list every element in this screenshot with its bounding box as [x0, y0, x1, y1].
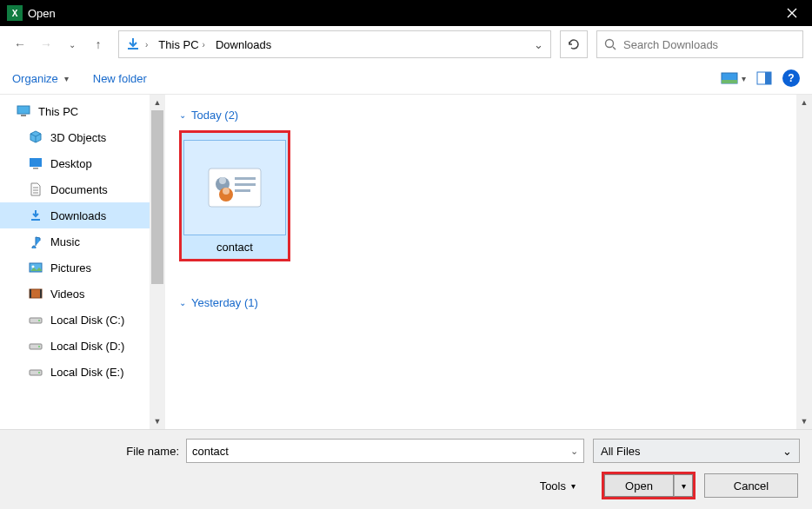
computer-icon: [16, 103, 31, 119]
group-header-today[interactable]: ⌄ Today (2): [179, 109, 798, 122]
sidebar-item-local-disk-c[interactable]: Local Disk (C:): [0, 307, 150, 333]
svg-rect-22: [209, 169, 261, 207]
search-icon: [604, 38, 616, 50]
document-icon: [28, 182, 43, 197]
file-thumbnail: [183, 140, 286, 235]
sidebar-item-downloads[interactable]: Downloads: [0, 202, 150, 228]
svg-rect-8: [30, 158, 42, 167]
svg-point-12: [32, 266, 35, 268]
scroll-up-icon[interactable]: ▲: [796, 95, 812, 110]
breadcrumb-this-pc[interactable]: This PC ›: [153, 31, 210, 57]
chevron-right-icon: ›: [145, 40, 148, 50]
recent-locations-dropdown[interactable]: ⌄: [61, 33, 83, 56]
breadcrumb-downloads[interactable]: Downloads: [210, 31, 276, 57]
file-tile-contact[interactable]: contact: [179, 130, 290, 261]
open-label: Open: [625, 479, 653, 492]
drive-icon: [28, 338, 43, 354]
organize-button[interactable]: Organize ▾: [12, 72, 69, 85]
svg-rect-7: [21, 115, 26, 116]
dialog-bottom: File name: ⌄ All Files ⌄ Tools ▾ Open ▾ …: [0, 429, 812, 509]
chevron-down-icon: ⌄: [782, 445, 792, 458]
close-button[interactable]: [772, 0, 812, 26]
svg-rect-0: [128, 48, 138, 50]
scroll-down-icon[interactable]: ▼: [796, 413, 812, 429]
cancel-button[interactable]: Cancel: [704, 473, 798, 498]
excel-app-icon: X: [7, 5, 23, 21]
sidebar-item-label: Desktop: [50, 157, 92, 170]
filename-combobox[interactable]: ⌄: [186, 439, 584, 463]
svg-rect-14: [30, 289, 31, 298]
svg-point-19: [38, 346, 40, 347]
sidebar-item-label: Local Disk (E:): [50, 366, 124, 379]
sidebar-item-label: Local Disk (D:): [50, 340, 124, 353]
sidebar-item-desktop[interactable]: Desktop: [0, 150, 150, 176]
help-button[interactable]: ?: [782, 69, 800, 87]
svg-point-17: [38, 320, 40, 321]
search-input[interactable]: [623, 38, 795, 51]
forward-button[interactable]: →: [35, 33, 57, 56]
window-title: Open: [28, 7, 772, 20]
sidebar-item-local-disk-d[interactable]: Local Disk (D:): [0, 333, 150, 359]
svg-rect-13: [30, 289, 42, 298]
scroll-thumb[interactable]: [151, 110, 163, 284]
filename-label: File name:: [12, 445, 186, 458]
sidebar-item-label: Local Disk (C:): [50, 314, 124, 327]
sidebar-item-label: Music: [50, 235, 80, 248]
chevron-down-icon[interactable]: ⌄: [570, 446, 578, 457]
sidebar-item-3d-objects[interactable]: 3D Objects: [0, 124, 150, 150]
desktop-icon: [28, 155, 43, 171]
sidebar-item-documents[interactable]: Documents: [0, 176, 150, 202]
preview-pane-button[interactable]: [755, 70, 774, 86]
chevron-down-icon: ▾: [64, 74, 69, 83]
svg-rect-3: [722, 80, 737, 83]
refresh-button[interactable]: [560, 30, 588, 58]
svg-point-24: [219, 177, 226, 184]
chevron-down-icon: ▾: [571, 481, 576, 491]
breadcrumb-label: Downloads: [216, 38, 271, 51]
sidebar-item-label: Downloads: [50, 209, 106, 222]
file-type-filter[interactable]: All Files ⌄: [593, 439, 800, 463]
sidebar-scrollbar[interactable]: ▲ ▼: [150, 95, 165, 429]
drive-icon: [28, 312, 43, 327]
new-folder-button[interactable]: New folder: [93, 72, 147, 85]
address-history-dropdown[interactable]: ⌄: [526, 38, 550, 51]
sidebar-item-label: This PC: [38, 105, 78, 118]
address-bar[interactable]: › This PC › Downloads ⌄: [118, 30, 551, 58]
file-list[interactable]: ⌄ Today (2) contact ⌄ Yesterday (1): [165, 95, 812, 429]
svg-point-1: [606, 40, 614, 48]
svg-point-26: [223, 188, 230, 195]
sidebar-item-this-pc[interactable]: This PC: [0, 98, 150, 124]
open-button-group: Open ▾: [602, 472, 696, 499]
tools-dropdown[interactable]: Tools ▾: [540, 479, 576, 492]
tools-label: Tools: [540, 479, 566, 492]
group-label: Today (2): [191, 109, 238, 122]
downloads-folder-icon: [124, 36, 142, 53]
back-button[interactable]: ←: [9, 33, 31, 56]
filter-label: All Files: [601, 445, 641, 458]
svg-rect-27: [235, 177, 256, 180]
sidebar-item-videos[interactable]: Videos: [0, 281, 150, 307]
svg-rect-5: [765, 72, 771, 84]
navigation-bar: ← → ⌄ ↑ › This PC › Downloads ⌄: [0, 26, 812, 63]
content-scrollbar[interactable]: ▲ ▼: [796, 95, 812, 429]
scroll-up-icon[interactable]: ▲: [150, 95, 165, 110]
pictures-icon: [28, 260, 43, 275]
chevron-down-icon: ⌄: [179, 298, 186, 307]
open-dropdown[interactable]: ▾: [674, 474, 693, 497]
sidebar-item-label: 3D Objects: [50, 131, 106, 144]
open-button[interactable]: Open: [604, 474, 674, 497]
chevron-down-icon: ⌄: [179, 110, 186, 120]
group-label: Yesterday (1): [191, 296, 258, 309]
view-dropdown[interactable]: ▾: [742, 74, 746, 83]
scroll-down-icon[interactable]: ▼: [150, 413, 165, 429]
sidebar-item-local-disk-e[interactable]: Local Disk (E:): [0, 359, 150, 385]
search-box[interactable]: [596, 30, 803, 58]
group-header-yesterday[interactable]: ⌄ Yesterday (1): [179, 296, 798, 309]
filename-input[interactable]: [192, 445, 570, 458]
navigation-tree[interactable]: This PC 3D Objects Desktop Documents Dow…: [0, 95, 150, 429]
view-mode-button[interactable]: [721, 70, 740, 86]
up-button[interactable]: ↑: [87, 33, 110, 56]
sidebar-item-pictures[interactable]: Pictures: [0, 254, 150, 281]
sidebar-item-label: Pictures: [50, 261, 91, 274]
sidebar-item-music[interactable]: Music: [0, 228, 150, 254]
